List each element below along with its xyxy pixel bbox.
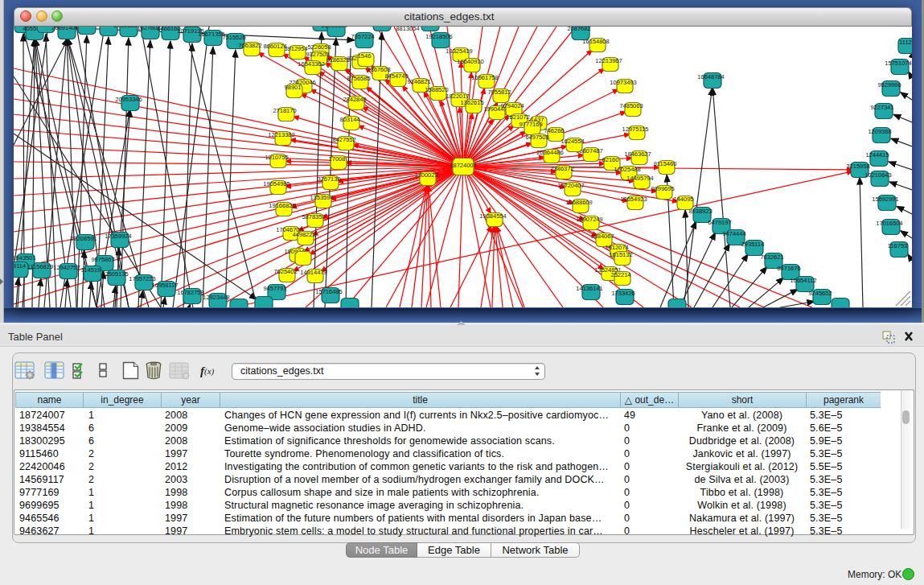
svg-text:1588520: 1588520 <box>425 86 448 93</box>
svg-text:19054985: 19054985 <box>263 180 290 187</box>
svg-text:18724007: 18724007 <box>450 162 476 169</box>
svg-text:12213967: 12213967 <box>595 57 622 64</box>
svg-text:7386372: 7386372 <box>550 165 573 172</box>
svg-text:1546: 1546 <box>358 52 372 60</box>
svg-text:1300023: 1300023 <box>414 171 437 179</box>
svg-text:1362615: 1362615 <box>460 99 483 106</box>
svg-text:2842848: 2842848 <box>343 96 366 103</box>
svg-text:10654112: 10654112 <box>791 277 817 284</box>
svg-text:8660124: 8660124 <box>263 43 286 50</box>
svg-text:16671355: 16671355 <box>198 31 224 38</box>
svg-text:1621072: 1621072 <box>506 113 529 121</box>
svg-text:11156829: 11156829 <box>27 263 53 270</box>
svg-text:12505135: 12505135 <box>101 270 128 278</box>
svg-text:114519: 114519 <box>81 266 101 274</box>
svg-text:3912954: 3912954 <box>284 45 307 52</box>
svg-text:9794024: 9794024 <box>500 102 524 109</box>
svg-text:9529966: 9529966 <box>877 81 901 89</box>
svg-text:16648784: 16648784 <box>697 73 724 80</box>
svg-text:9777169: 9777169 <box>519 121 542 128</box>
svg-text:116753: 116753 <box>888 242 907 249</box>
svg-text:9975867: 9975867 <box>91 256 114 263</box>
svg-text:10958117: 10958117 <box>152 282 179 289</box>
svg-text:4498222: 4498222 <box>292 231 315 238</box>
svg-text:1353594: 1353594 <box>310 194 333 201</box>
svg-text:1733426: 1733426 <box>611 290 634 297</box>
svg-text:9384067: 9384067 <box>590 233 614 240</box>
svg-text:20208591: 20208591 <box>70 235 97 242</box>
svg-text:16640910: 16640910 <box>457 58 483 65</box>
svg-text:7955812: 7955812 <box>487 89 511 96</box>
svg-text:17016504: 17016504 <box>876 220 902 227</box>
svg-text:1624554: 1624554 <box>561 138 584 145</box>
svg-text:1010755: 1010755 <box>265 154 288 161</box>
svg-text:8813054: 8813054 <box>396 27 419 32</box>
svg-text:8471676: 8471676 <box>777 265 800 272</box>
svg-text:9457791: 9457791 <box>263 285 286 292</box>
svg-text:10973493: 10973493 <box>610 79 636 86</box>
svg-text:12213382: 12213382 <box>268 131 294 138</box>
svg-text:16154808: 16154808 <box>582 38 609 45</box>
svg-text:9474444: 9474444 <box>722 230 745 237</box>
svg-text:0899695: 0899695 <box>651 185 674 192</box>
svg-text:16543362: 16543362 <box>298 60 324 68</box>
svg-text:20953346: 20953346 <box>115 96 142 103</box>
svg-text:7515526: 7515526 <box>222 34 245 41</box>
svg-text:17008: 17008 <box>329 155 346 163</box>
svg-text:15720407: 15720407 <box>557 182 584 189</box>
svg-text:144095: 144095 <box>673 196 693 203</box>
svg-text:8454749: 8454749 <box>384 72 408 80</box>
svg-text:19166825: 19166825 <box>269 202 295 209</box>
svg-text:19384554: 19384554 <box>479 212 506 220</box>
svg-text:12975115: 12975115 <box>622 126 649 133</box>
svg-text:12942757: 12942757 <box>53 264 80 271</box>
svg-text:10025488: 10025488 <box>614 166 640 173</box>
svg-text:6497503: 6497503 <box>525 134 548 141</box>
svg-text:7357224: 7357224 <box>351 33 374 40</box>
svg-text:9245652: 9245652 <box>808 290 832 297</box>
svg-text:8427552: 8427552 <box>332 136 355 143</box>
svg-text:5878352: 5878352 <box>302 213 325 220</box>
svg-text:803144: 803144 <box>339 116 359 123</box>
svg-text:3267130: 3267130 <box>317 175 340 183</box>
svg-text:252214: 252214 <box>610 271 630 278</box>
svg-text:2087682: 2087682 <box>567 27 590 32</box>
svg-text:14495794: 14495794 <box>626 175 653 182</box>
svg-text:1244415: 1244415 <box>865 151 889 159</box>
svg-text:15751074: 15751074 <box>885 60 911 67</box>
svg-text:2718170: 2718170 <box>273 107 296 114</box>
svg-text:1612074: 1612074 <box>605 244 628 251</box>
svg-text:16033809: 16033809 <box>321 27 347 29</box>
svg-text:8186328: 8186328 <box>326 56 349 64</box>
svg-text:16782759: 16782759 <box>177 289 203 296</box>
svg-text:1943501: 1943501 <box>14 254 36 262</box>
svg-text:7663822: 7663822 <box>238 42 261 49</box>
svg-text:20691406: 20691406 <box>51 27 78 31</box>
svg-text:19218506: 19218506 <box>425 33 452 40</box>
svg-text:9146821: 9146821 <box>407 78 430 85</box>
svg-text:15716485: 15716485 <box>315 288 342 295</box>
svg-text:15692991: 15692991 <box>872 196 898 203</box>
svg-text:14914479: 14914479 <box>300 269 326 276</box>
svg-text:98901: 98901 <box>285 84 302 91</box>
svg-text:7632621: 7632621 <box>760 253 783 261</box>
svg-text:1112: 1112 <box>899 39 912 46</box>
svg-text:39114: 39114 <box>14 262 26 270</box>
svg-text:6479197: 6479197 <box>708 219 731 226</box>
svg-text:9227341: 9227341 <box>870 104 893 111</box>
svg-text:1615132: 1615132 <box>609 251 632 258</box>
svg-text:3215958: 3215958 <box>846 163 869 170</box>
svg-text:13654923: 13654923 <box>620 196 647 203</box>
svg-text:8756585: 8756585 <box>347 75 370 82</box>
svg-text:16961758: 16961758 <box>471 74 498 81</box>
svg-text:7485063: 7485063 <box>619 102 643 109</box>
svg-text:2935114: 2935114 <box>741 241 765 248</box>
svg-text:12923448: 12923448 <box>203 294 229 301</box>
svg-text:13325419: 13325419 <box>446 47 472 55</box>
svg-text:10688609: 10688609 <box>565 199 592 206</box>
svg-text:17359924: 17359924 <box>105 233 131 240</box>
svg-text:62160: 62160 <box>602 156 619 163</box>
svg-text:18907249: 18907249 <box>576 216 602 223</box>
svg-text:18463627: 18463627 <box>624 150 651 158</box>
svg-text:5226058: 5226058 <box>307 43 331 51</box>
